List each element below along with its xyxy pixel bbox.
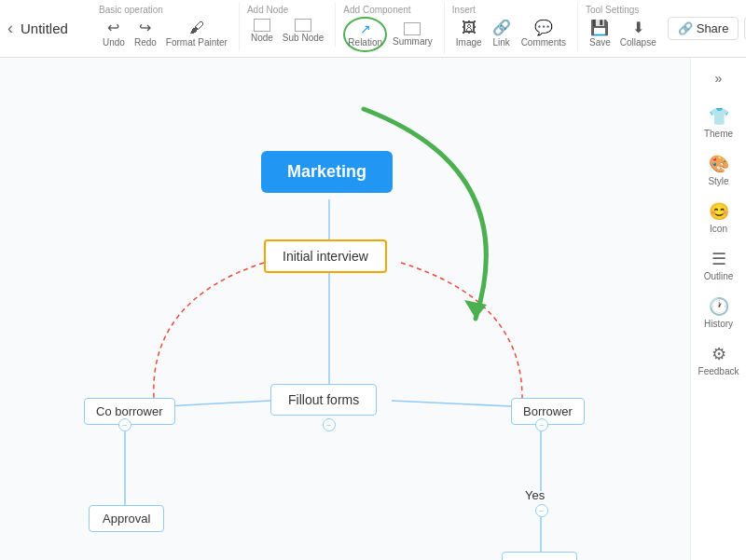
group-buttons-add-component: ↗ Relation Summary [343,17,436,52]
relation-icon: ↗ [360,21,371,36]
node-yes[interactable]: Yes [525,488,545,502]
icon-icon: 😊 [709,201,729,222]
panel-item-icon[interactable]: 😊 Icon [695,196,743,239]
panel-item-theme[interactable]: 👕 Theme [695,101,743,144]
group-add-node: Add Node Node Sub Node [240,3,336,47]
node-initial-interview[interactable]: Initial interview [264,239,387,273]
main-area: Marketing Initial interview Fillout form… [0,58,746,560]
share-button[interactable]: 🔗 Share [668,17,739,40]
panel-item-outline[interactable]: ☰ Outline [695,243,743,287]
outline-label: Outline [704,271,734,281]
redo-icon: ↪ [139,19,151,36]
group-basic-operation: Basic operation ↩ Undo ↪ Redo 🖌 Format P… [91,3,240,51]
initial-interview-label: Initial interview [283,249,368,264]
style-icon: 🎨 [709,154,729,174]
link-label: Link [492,37,509,48]
redo-button[interactable]: ↪ Redo [131,17,160,49]
outline-icon: ☰ [711,249,726,269]
node-approval-right[interactable]: Approval [502,552,577,560]
node-approval-left[interactable]: Approval [89,505,164,532]
yes-label: Yes [525,488,545,502]
image-icon: 🖼 [462,20,477,36]
back-button[interactable]: ‹ [7,19,13,38]
svg-line-2 [166,401,270,406]
co-borrower-label: Co borrower [96,404,163,418]
group-buttons-basic: ↩ Undo ↪ Redo 🖌 Format Painter [99,17,231,49]
panel-item-style[interactable]: 🎨 Style [695,148,743,192]
image-button[interactable]: 🖼 Image [452,18,486,49]
format-painter-icon: 🖌 [189,20,204,36]
undo-button[interactable]: ↩ Undo [99,17,129,49]
node-borrower[interactable]: Borrower [511,398,585,425]
group-label-add-component: Add Component [343,5,410,15]
comments-icon: 💬 [534,19,553,36]
collapse-button[interactable]: ⬇ Collapse [616,17,660,49]
comments-label: Comments [521,37,566,48]
panel-item-history[interactable]: 🕐 History [695,291,743,335]
share-label: Share [697,21,729,35]
group-label-add-node: Add Node [247,5,288,15]
comments-button[interactable]: 💬 Comments [518,17,570,49]
approval-left-label: Approval [103,512,150,526]
collapse-circle-borrower[interactable]: − [535,418,548,431]
node-fillout-forms[interactable]: Fillout forms [270,384,377,416]
history-label: History [704,319,733,329]
group-buttons-insert: 🖼 Image 🔗 Link 💬 Comments [452,17,570,49]
undo-label: Undo [103,37,125,48]
collapse-circle-fillout[interactable]: − [323,418,336,431]
node-marketing[interactable]: Marketing [261,151,393,193]
collapse-label: Collapse [620,37,656,48]
group-insert: Insert 🖼 Image 🔗 Link 💬 Comments [445,3,578,51]
right-panel: » 👕 Theme 🎨 Style 😊 Icon ☰ Outline 🕐 His… [690,58,746,560]
save-button[interactable]: 💾 Save [586,17,615,49]
toolbar-groups: Basic operation ↩ Undo ↪ Redo 🖌 Format P… [91,3,668,54]
node-button[interactable]: Node [247,17,277,45]
summary-icon [404,22,421,35]
share-icon: 🔗 [678,21,693,35]
group-buttons-add-node: Node Sub Node [247,17,327,45]
group-buttons-tool-settings: 💾 Save ⬇ Collapse [586,17,660,49]
link-button[interactable]: 🔗 Link [488,17,516,49]
summary-button[interactable]: Summary [389,20,436,48]
sub-node-button[interactable]: Sub Node [279,17,327,45]
canvas[interactable]: Marketing Initial interview Fillout form… [0,58,690,560]
group-label-tool-settings: Tool Settings [586,5,639,15]
node-icon [254,19,270,32]
sub-node-label: Sub Node [283,33,324,43]
relation-label: Relation [348,37,382,48]
toolbar: ‹ Untitled Basic operation ↩ Undo ↪ Redo… [0,0,746,58]
panel-collapse-button[interactable]: » [702,65,736,91]
theme-icon: 👕 [709,106,729,127]
format-painter-label: Format Painter [166,37,228,48]
save-label: Save [589,37,611,48]
format-painter-button[interactable]: 🖌 Format Painter [162,18,231,49]
group-label-basic: Basic operation [99,5,163,15]
theme-label: Theme [704,129,733,139]
feedback-label: Feedback [698,366,739,376]
history-icon: 🕐 [709,296,729,317]
group-add-component: Add Component ↗ Relation Summary [336,3,445,54]
link-icon: 🔗 [492,19,511,36]
marketing-label: Marketing [287,162,366,182]
svg-line-3 [392,401,511,406]
summary-label: Summary [393,36,433,47]
undo-icon: ↩ [107,19,119,36]
collapse-icon: ⬇ [632,19,644,36]
image-label: Image [456,37,482,48]
connections-svg [0,58,690,560]
fillout-forms-label: Fillout forms [288,392,359,407]
collapse-circle-yes[interactable]: − [535,504,548,517]
save-icon: 💾 [590,19,609,36]
group-tool-settings: Tool Settings 💾 Save ⬇ Collapse [578,3,668,51]
sub-node-icon [295,19,311,32]
icon-label: Icon [710,224,727,234]
svg-marker-9 [464,300,487,319]
borrower-label: Borrower [523,404,573,418]
redo-label: Redo [134,37,157,48]
group-label-insert: Insert [452,5,476,15]
feedback-icon: ⚙ [711,344,726,364]
panel-item-feedback[interactable]: ⚙ Feedback [695,338,743,382]
toolbar-right: 🔗 Share 📤 Export [668,17,746,40]
relation-button[interactable]: ↗ Relation [343,17,387,52]
collapse-circle-co-borrower[interactable]: − [118,418,131,431]
